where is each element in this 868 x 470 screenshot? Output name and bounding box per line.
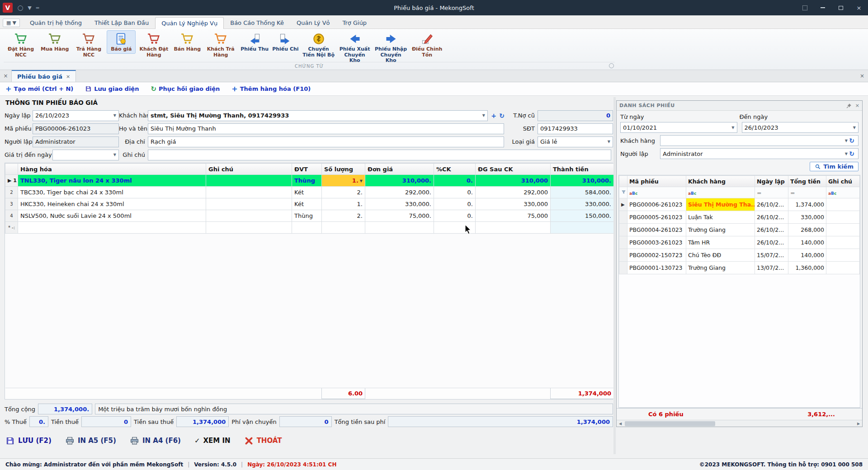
cell-so-luong[interactable]: 1. [322, 198, 365, 210]
save-layout-button[interactable]: Lưu giao diện [85, 85, 139, 92]
col-so-luong[interactable]: Số lượng [322, 164, 365, 175]
cell-dg-sau-ck[interactable]: 75,000 [476, 210, 551, 222]
close-panel-icon[interactable]: × [855, 103, 859, 108]
phi-van-chuyen-field[interactable]: 0 [279, 416, 332, 427]
ribbon-button-khach-dat-hang[interactable]: Khách Đặt Hàng [136, 30, 172, 59]
ribbon-button-tra-hang-ncc[interactable]: Trả Hàng NCC [71, 30, 107, 59]
cell-tong-tien[interactable]: 140,000 [788, 236, 826, 249]
cell-khach-hang[interactable]: Siêu Thị Mường Tha... [686, 198, 755, 211]
col-don-gia[interactable]: Đơn giá [365, 164, 434, 175]
den-ngay-field[interactable]: 26/10/2023▼ [742, 122, 859, 133]
cell-khach-hang[interactable]: Tâm HR [686, 236, 755, 249]
panel-nguoi-lap-combo[interactable]: Administrator▼↻ [660, 148, 859, 159]
col-ngay-lap[interactable]: Ngày lập [755, 176, 788, 187]
table-row[interactable]: 3 HKC330, Heineken chai 24 x 330ml Két 1… [5, 198, 614, 210]
scroll-left-icon[interactable]: ◀ [617, 422, 624, 426]
cell-ghi-chu[interactable] [826, 211, 860, 224]
close-button[interactable]: × [850, 0, 868, 15]
ghi-chu-field[interactable] [148, 150, 611, 160]
cell-ma-phieu[interactable]: PBG00001-130723 [627, 262, 686, 274]
ribbon-menu-button[interactable]: ▦▼ [3, 19, 20, 27]
cell-ma-phieu[interactable]: PBG00005-261023 [627, 211, 686, 224]
cell-hang-hoa[interactable]: NSLV500, Nước suối Lavie 24 x 500ml [18, 210, 206, 222]
cell-ma-phieu[interactable]: PBG00006-261023 [627, 198, 686, 211]
table-row[interactable]: 2 TBC330, Tiger bạc chai 24 x 330ml Két … [5, 187, 614, 198]
cell-khach-hang[interactable]: Trường Giang [686, 224, 755, 236]
close-tab-icon[interactable]: × [66, 74, 70, 80]
thue-field[interactable]: 0. [29, 416, 48, 427]
cell-so-luong[interactable]: 2. [322, 187, 365, 198]
list-item[interactable]: PBG00005-261023 Luận Tak 26/10/2... 330,… [619, 211, 860, 224]
cell-ghi-chu[interactable] [826, 249, 860, 262]
cell-so-luong[interactable]: 2. [322, 210, 365, 222]
cell-ghi-chu[interactable] [826, 236, 860, 249]
refresh-icon[interactable]: ↻ [848, 137, 856, 144]
customize-toolbar-icon[interactable]: ═ [36, 5, 39, 11]
cell-ghi-chu[interactable] [206, 210, 292, 222]
cell-ck[interactable]: 0. [434, 198, 476, 210]
minimize-button[interactable] [814, 0, 832, 15]
table-row-selected[interactable]: ▶ 1 TNL330, Tiger nâu lon 24 x 330ml Thù… [5, 175, 614, 187]
dropdown-caret-icon[interactable]: ▼ [360, 179, 363, 183]
chevron-down-icon[interactable]: ▼ [731, 126, 734, 130]
cell-ngay-lap[interactable]: 13/07/2... [755, 262, 788, 274]
cell-ngay-lap[interactable]: 26/10/2... [755, 236, 788, 249]
ribbon-tab-quan-ly-vo[interactable]: Quản Lý Vỏ [290, 17, 336, 28]
refresh-customer-icon[interactable]: ↻ [498, 112, 506, 119]
cell-tong-tien[interactable]: 268,000 [788, 224, 826, 236]
funnel-icon[interactable] [619, 187, 627, 198]
cell-thanh-tien[interactable]: 330,000. [551, 198, 614, 210]
group-dialog-launcher-icon[interactable] [609, 63, 614, 68]
chevron-down-icon[interactable]: ▼ [113, 113, 116, 118]
cell-don-gia[interactable]: 330,000. [365, 198, 434, 210]
cell-dg-sau-ck[interactable]: 330,000 [476, 198, 551, 210]
cell-hang-hoa[interactable]: HKC330, Heineken chai 24 x 330ml [18, 198, 206, 210]
cell-hang-hoa[interactable] [18, 222, 206, 234]
cell-ghi-chu[interactable] [826, 262, 860, 274]
col-hang-hoa[interactable]: Hàng hóa [18, 164, 206, 175]
print-a4-button[interactable]: IN A4 (F6) [130, 436, 181, 446]
list-item[interactable]: PBG00004-261023 Trường Giang 26/10/2... … [619, 224, 860, 236]
filter-khach-hang[interactable]: aBc [686, 187, 755, 198]
col-ck[interactable]: %CK [434, 164, 476, 175]
khach-hang-combo[interactable]: stmt, Siêu Thị Mường Thanh, 0917429933▼ [148, 110, 488, 121]
cell-don-gia[interactable] [365, 222, 434, 234]
cell-khach-hang[interactable]: Luận Tak [686, 211, 755, 224]
list-item[interactable]: PBG00002-150723 Chú Tèo ĐĐ 15/07/2... 14… [619, 249, 860, 262]
chevron-down-icon[interactable]: ▼ [113, 153, 116, 157]
cell-thanh-tien[interactable]: 150,000. [551, 210, 614, 222]
cell-ngay-lap[interactable]: 26/10/2... [755, 198, 788, 211]
gia-tri-den-ngay-field[interactable]: ▼ [52, 150, 119, 160]
filter-ngay-lap[interactable]: = [755, 187, 788, 198]
chevron-down-icon[interactable]: ▼ [608, 140, 610, 144]
refresh-icon[interactable]: ↻ [848, 150, 856, 157]
ribbon-button-phieu-chi[interactable]: Phiếu Chi [270, 30, 300, 54]
restore-layout-button[interactable]: ↻Phục hồi giao diện [151, 85, 220, 93]
cell-dvt[interactable]: Két [292, 198, 322, 210]
ribbon-button-phieu-thu[interactable]: Phiếu Thu [239, 30, 270, 54]
cell-ck[interactable]: 0. [434, 187, 476, 198]
ribbon-button-mua-hang[interactable]: Mua Hàng [39, 30, 71, 54]
cell-thanh-tien[interactable]: 310,000. [551, 175, 614, 187]
cell-ngay-lap[interactable]: 26/10/2... [755, 224, 788, 236]
ribbon-button-phieu-nhap-chuyen-kho[interactable]: Phiếu Nhập Chuyển Kho [373, 30, 409, 65]
cell-tong-tien[interactable]: 1,374,000 [788, 198, 826, 211]
cell-ck[interactable]: 0. [434, 175, 476, 187]
sdt-field[interactable]: 0917429933 [538, 123, 613, 134]
cell-don-gia[interactable]: 75,000. [365, 210, 434, 222]
ribbon-button-ban-hang[interactable]: Bán Hàng [172, 30, 203, 54]
horizontal-scrollbar[interactable]: ◀ ▶ [617, 420, 862, 427]
fit-window-button[interactable] [796, 0, 814, 15]
cell-dvt[interactable]: Két [292, 187, 322, 198]
cell-tong-tien[interactable]: 140,000 [788, 249, 826, 262]
chevron-down-icon[interactable]: ▼ [482, 113, 485, 118]
ribbon-tab-tro-giup[interactable]: Trợ Giúp [336, 17, 373, 28]
ribbon-button-bao-gia[interactable]: Báo giá [107, 30, 136, 54]
cell-dvt[interactable]: Thùng [292, 210, 322, 222]
ribbon-button-dieu-chinh-ton[interactable]: Điều Chỉnh Tồn [409, 30, 445, 59]
save-button[interactable]: LƯU (F2) [5, 436, 52, 446]
ho-va-ten-field[interactable]: Siêu Thị Mường Thanh [148, 123, 504, 134]
cell-ngay-lap[interactable]: 15/07/2... [755, 249, 788, 262]
filter-ghi-chu[interactable]: aBc [826, 187, 860, 198]
cell-thanh-tien[interactable] [551, 222, 614, 234]
